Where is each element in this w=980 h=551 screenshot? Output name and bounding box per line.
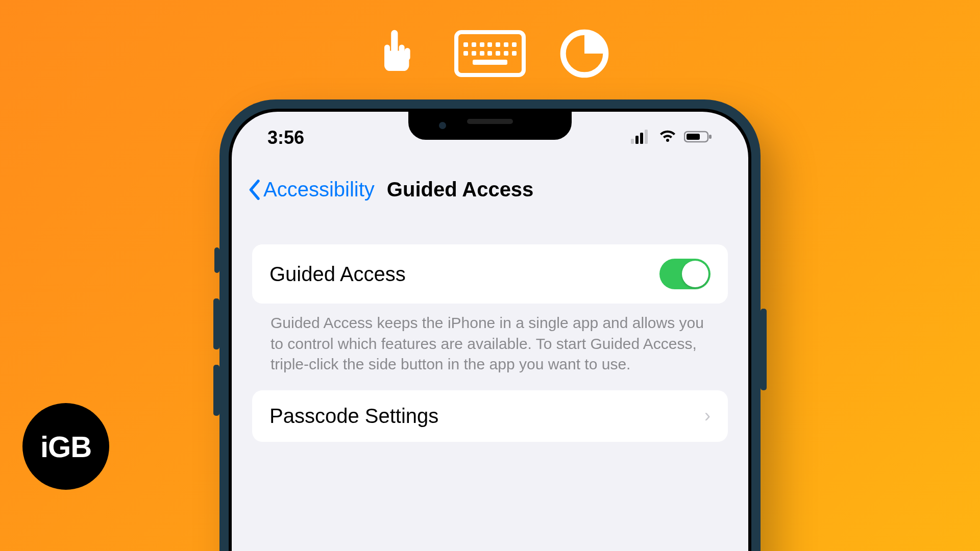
svg-rect-11 [687,134,700,140]
chevron-left-icon [247,180,261,200]
guided-access-toggle-row[interactable]: Guided Access [252,244,728,304]
notch [408,112,572,140]
volume-up-button [213,298,219,349]
volume-down-button [213,365,219,416]
front-camera [439,122,446,129]
svg-rect-6 [631,139,634,144]
passcode-settings-label: Passcode Settings [270,405,438,428]
passcode-settings-group: Passcode Settings › [252,390,728,442]
navigation-bar: Accessibility Guided Access [232,168,748,216]
svg-rect-2 [384,44,390,59]
timer-icon [556,26,612,82]
cellular-icon [631,127,651,148]
battery-icon [684,127,713,148]
svg-rect-9 [645,130,648,144]
svg-rect-8 [640,133,643,144]
svg-rect-3 [399,44,405,59]
svg-rect-7 [635,136,639,144]
iphone-frame: 3:56 [219,99,761,551]
status-time: 3:56 [267,127,304,148]
igb-logo: iGB [22,403,109,490]
passcode-settings-row[interactable]: Passcode Settings › [252,390,728,442]
touch-icon [368,26,424,82]
screen: 3:56 [232,112,748,551]
page-title: Guided Access [387,178,534,201]
keyboard-icon [454,30,526,77]
guided-access-toggle[interactable] [659,259,710,289]
svg-rect-1 [391,30,398,58]
side-button [761,309,767,390]
guided-access-toggle-label: Guided Access [270,263,406,286]
back-button[interactable]: Accessibility [247,178,375,201]
chevron-right-icon: › [704,405,710,427]
wifi-icon [658,127,677,148]
earpiece-speaker [467,119,513,124]
back-label: Accessibility [263,178,375,201]
svg-rect-12 [709,135,712,139]
svg-rect-4 [405,48,410,60]
mute-switch [214,247,219,273]
header-icon-row [368,26,612,82]
guided-access-description: Guided Access keeps the iPhone in a sing… [252,304,728,390]
guided-access-toggle-group: Guided Access [252,244,728,304]
